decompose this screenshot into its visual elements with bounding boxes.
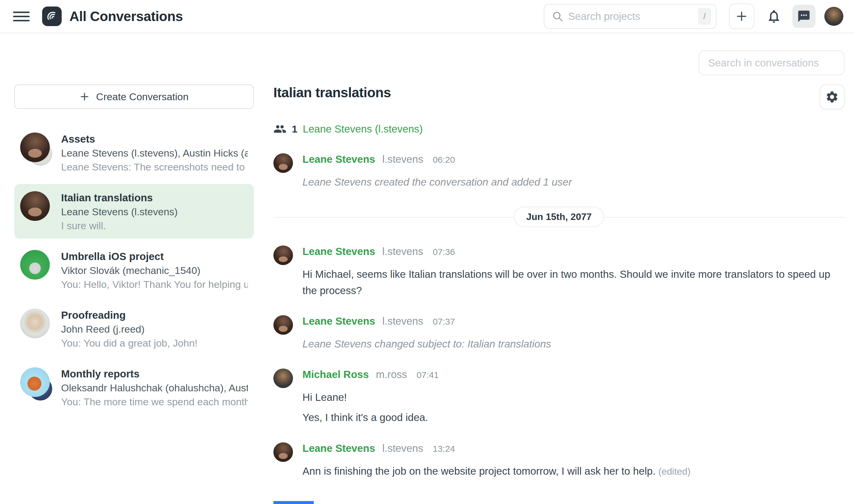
create-conversation-label: Create Conversation: [96, 91, 189, 103]
notifications-button[interactable]: [766, 8, 782, 24]
participants-row: 1 Leane Stevens (l.stevens): [273, 123, 844, 136]
plus-icon: [735, 10, 748, 22]
avatar: [20, 191, 50, 221]
chat-pane: Italian translations 1 Leane Stevens (l.…: [273, 85, 844, 504]
conversation-item-umbrella-ios[interactable]: Umbrella iOS project Viktor Slovák (mech…: [14, 243, 254, 298]
participants-link[interactable]: Leane Stevens (l.stevens): [303, 123, 423, 135]
message-time: 06:20: [433, 155, 455, 165]
conversation-members: Leane Stevens (l.stevens): [61, 206, 248, 218]
conversations-sidebar: Create Conversation Assets Leane Stevens…: [14, 85, 254, 419]
conversation-settings-button[interactable]: [820, 85, 844, 109]
message: Leane Stevens l.stevens 07:36 Hi Michael…: [273, 246, 844, 299]
edited-label: (edited): [658, 466, 691, 477]
conversation-preview: I sure will.: [61, 220, 248, 232]
conversation-item-proofreading[interactable]: Proofreading John Reed (j.reed) You: You…: [14, 302, 254, 356]
message-time: 07:36: [433, 247, 455, 257]
message-text: Yes, I think it's a good idea.: [302, 410, 844, 426]
avatar[interactable]: [273, 246, 293, 265]
message-text-content: Ann is finishing the job on the website …: [302, 465, 656, 477]
avatar[interactable]: [273, 153, 293, 173]
avatar: [20, 367, 50, 397]
conversation-list: Assets Leane Stevens (l.stevens), Austin…: [14, 125, 254, 419]
message-author[interactable]: Leane Stevens: [302, 442, 375, 454]
avatar[interactable]: [273, 442, 293, 462]
workspace: Create Conversation Assets Leane Stevens…: [0, 33, 854, 504]
conversation-title: Proofreading: [61, 309, 248, 321]
user-avatar[interactable]: [824, 7, 843, 26]
conversation-item-assets[interactable]: Assets Leane Stevens (l.stevens), Austin…: [14, 125, 254, 180]
conversation-item-monthly-reports[interactable]: Monthly reports Oleksandr Halushchak (oh…: [14, 360, 254, 415]
avatar[interactable]: [273, 315, 293, 335]
conversations-toggle-button[interactable]: [792, 5, 816, 28]
message-username: l.stevens: [382, 315, 423, 327]
conversation-preview: You: You did a great job, John!: [61, 337, 248, 349]
message-time: 07:37: [433, 317, 455, 327]
conversation-title: Monthly reports: [61, 368, 248, 380]
message: Leane Stevens l.stevens 07:37 Leane Stev…: [273, 315, 844, 352]
participants-count: 1: [292, 123, 298, 135]
conversation-members: Viktor Slovák (mechanic_1540): [61, 265, 248, 276]
search-icon: [552, 11, 564, 22]
bottom-accent-bar: [273, 501, 314, 504]
message-text: Ann is finishing the job on the website …: [302, 463, 844, 479]
conversation-preview: You: The more time we spend each month o…: [61, 396, 248, 408]
chat-bubble-icon: [797, 10, 811, 23]
avatar-group: [20, 132, 53, 173]
conversation-members: Leane Stevens (l.stevens), Austin Hicks …: [61, 147, 248, 159]
avatar[interactable]: [273, 368, 293, 388]
logo-arcs-icon: [46, 10, 58, 23]
people-icon: [273, 123, 286, 136]
system-message-text: Leane Stevens created the conversation a…: [302, 174, 844, 190]
message-username: l.stevens: [382, 153, 423, 165]
message-author[interactable]: Leane Stevens: [302, 315, 375, 327]
chat-title: Italian translations: [273, 85, 391, 101]
message-username: l.stevens: [382, 246, 423, 257]
conversation-title: Assets: [61, 133, 248, 145]
app-logo[interactable]: [42, 6, 62, 26]
conversation-preview: Leane Stevens: The screenshots need to b…: [61, 161, 248, 173]
avatar-group: [20, 309, 53, 349]
avatar: [20, 250, 50, 280]
system-message-text: Leane Stevens changed subject to: Italia…: [302, 336, 844, 352]
conversation-preview: You: Hello, Viktor! Thank You for helpin…: [61, 279, 248, 290]
conversation-item-italian-translations[interactable]: Italian translations Leane Stevens (l.st…: [14, 184, 254, 239]
message-text: Hi Leane!: [302, 389, 844, 405]
conversation-members: John Reed (j.reed): [61, 323, 248, 335]
avatar-group: [20, 367, 53, 408]
avatar: [20, 309, 50, 338]
add-button[interactable]: [729, 3, 754, 29]
message-time: 07:41: [416, 370, 439, 380]
avatar-group: [20, 250, 53, 290]
hamburger-menu-icon[interactable]: [13, 8, 30, 24]
create-conversation-button[interactable]: Create Conversation: [14, 85, 254, 109]
date-pill: Jun 15th, 2077: [514, 206, 604, 227]
page-title: All Conversations: [69, 8, 183, 24]
date-divider: Jun 15th, 2077: [273, 206, 844, 227]
message-username: m.ross: [376, 368, 407, 380]
message: Leane Stevens l.stevens 06:20 Leane Stev…: [273, 153, 844, 190]
message-time: 13:24: [433, 444, 455, 454]
slash-shortcut-badge: /: [698, 8, 711, 24]
message-author[interactable]: Leane Stevens: [302, 153, 375, 165]
gear-icon: [825, 90, 839, 104]
message-text: Hi Michael, seems like Italian translati…: [302, 266, 844, 299]
conversation-title: Umbrella iOS project: [61, 251, 248, 263]
message: Leane Stevens l.stevens 13:24 Ann is fin…: [273, 442, 844, 479]
message-list: Leane Stevens l.stevens 06:20 Leane Stev…: [273, 153, 844, 479]
search-projects-input[interactable]: [568, 11, 698, 22]
search-projects-box[interactable]: /: [544, 4, 716, 29]
top-header: All Conversations /: [0, 0, 854, 33]
conversation-members: Oleksandr Halushchak (ohalushcha), Austi…: [61, 382, 248, 394]
message-username: l.stevens: [382, 442, 423, 454]
bell-icon: [766, 8, 782, 24]
avatar: [20, 132, 50, 162]
plus-icon: [79, 92, 90, 102]
avatar-group: [20, 191, 53, 232]
search-in-conversations-input[interactable]: [699, 50, 844, 75]
conversation-title: Italian translations: [61, 192, 248, 204]
message-author[interactable]: Michael Ross: [302, 368, 369, 380]
message: Michael Ross m.ross 07:41 Hi Leane! Yes,…: [273, 368, 844, 426]
message-author[interactable]: Leane Stevens: [302, 246, 375, 257]
